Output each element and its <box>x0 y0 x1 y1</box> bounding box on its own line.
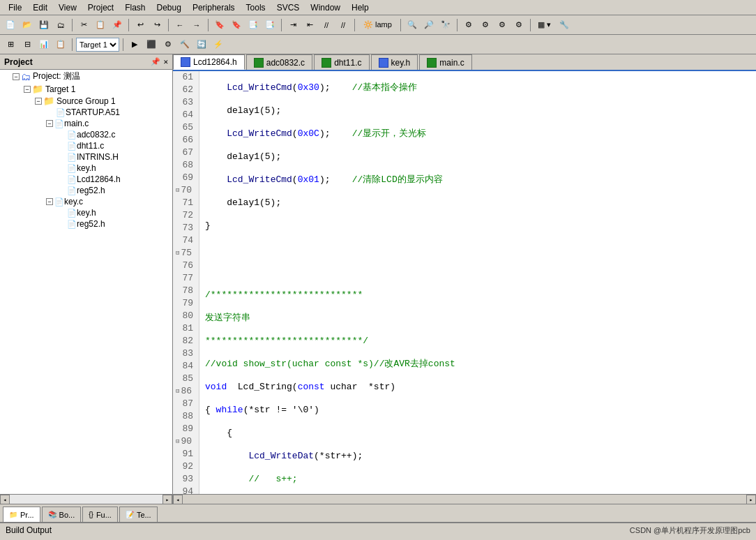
expand-sg[interactable]: − <box>35 98 42 105</box>
tree-dht11[interactable]: 📄 dht11.c <box>0 140 172 151</box>
menu-tools[interactable]: Tools <box>241 1 271 14</box>
build-output-bar: Build Output CSDN @单片机程序开发原理图pcb <box>0 522 756 537</box>
bookmark-btn[interactable]: 🔖 <box>212 17 227 33</box>
unindent-btn[interactable]: ⇤ <box>302 17 317 33</box>
nav-back-btn[interactable]: ← <box>172 17 188 33</box>
tab-adc0832[interactable]: adc0832.c <box>246 54 312 70</box>
panel-pin-icon[interactable]: 📌 <box>151 57 160 66</box>
new-btn[interactable]: 📄 <box>3 17 18 33</box>
find3-btn[interactable]: 🔭 <box>438 17 453 33</box>
code-content[interactable]: Lcd_WriteCmd(0x30); //基本指令操作 delay1(5); … <box>199 71 756 494</box>
tab-keyh[interactable]: key.h <box>371 54 418 70</box>
dbg2-btn[interactable]: ⚙ <box>478 17 493 33</box>
code-editor[interactable]: 61 62 63 64 65 66 67 68 69 ⊟70 71 72 73 … <box>173 71 756 494</box>
reg52-main-label: reg52.h <box>77 186 105 195</box>
tree-keyh[interactable]: 📄 key.h <box>0 207 172 218</box>
tree-intrins[interactable]: 📄 INTRINS.H <box>0 151 172 163</box>
lcd-main-label: Lcd12864.h <box>77 174 121 184</box>
build-output-title: Build Output <box>6 525 52 535</box>
open-btn[interactable]: 📂 <box>20 17 35 33</box>
menu-file[interactable]: File <box>3 1 27 14</box>
tab-mainc[interactable]: main.c <box>419 54 471 70</box>
view-btn[interactable]: ▦ ▾ <box>534 17 555 33</box>
tools2-btn[interactable]: 🔧 <box>557 17 572 33</box>
code-hscroll-left[interactable]: ◂ <box>173 495 183 504</box>
find-btn[interactable]: 🔍 <box>405 17 420 33</box>
reg52-key-icon: 📄 <box>67 220 77 229</box>
save-all-btn[interactable]: 🗂 <box>53 17 68 33</box>
bottom-tab-books[interactable]: 📚 Bo... <box>42 507 82 522</box>
expand-main[interactable]: − <box>46 120 53 127</box>
copy-btn[interactable]: 📋 <box>93 17 108 33</box>
tree-lcd-main[interactable]: 📄 Lcd12864.h <box>0 174 172 185</box>
lamp-btn[interactable]: 🔆 lamp <box>358 17 397 33</box>
proj-hscroll-track[interactable] <box>10 495 162 504</box>
cut-btn[interactable]: ✂ <box>76 17 91 33</box>
proj-hscroll-left[interactable]: ◂ <box>0 495 10 504</box>
find2-btn[interactable]: 🔎 <box>421 17 437 33</box>
menu-svcs[interactable]: SVCS <box>271 1 305 14</box>
tree-root[interactable]: − 🗂 Project: 测温 <box>0 70 172 83</box>
adc-icon: 📄 <box>67 130 77 140</box>
dbg1-btn[interactable]: ⚙ <box>461 17 476 33</box>
tb2-flash[interactable]: ⚡ <box>211 37 226 52</box>
code-hscroll-right[interactable]: ▸ <box>746 495 756 504</box>
tree-keyc[interactable]: − 📄 key.c <box>0 196 172 207</box>
bottom-tab-project[interactable]: 📁 Pr... <box>3 507 40 522</box>
root-label: Project: 测温 <box>33 70 80 82</box>
expand-target[interactable]: − <box>24 86 31 93</box>
tree-main[interactable]: − 📄 main.c <box>0 118 172 129</box>
expand-keyc[interactable]: − <box>46 198 53 205</box>
menu-view[interactable]: View <box>53 1 82 14</box>
proj-hscroll-right[interactable]: ▸ <box>162 495 172 504</box>
tree-target[interactable]: − 📁 Target 1 <box>0 83 172 95</box>
expand-root[interactable]: − <box>13 73 20 80</box>
tree-keyh-main[interactable]: 📄 key.h <box>0 163 172 174</box>
menu-project[interactable]: Project <box>82 1 119 14</box>
tb2-rebuild[interactable]: 🔄 <box>194 37 209 52</box>
tree-source-group[interactable]: − 📁 Source Group 1 <box>0 95 172 107</box>
tree-startup[interactable]: 📄 STARTUP.A51 <box>0 107 172 118</box>
bookmark2-btn[interactable]: 🔖 <box>229 17 244 33</box>
tb2-translate[interactable]: ⚙ <box>160 37 176 52</box>
menu-flash[interactable]: Flash <box>119 1 151 14</box>
menu-help[interactable]: Help <box>346 1 375 14</box>
tree-reg52-main[interactable]: 📄 reg52.h <box>0 185 172 196</box>
tb2-1[interactable]: ⊞ <box>3 37 18 52</box>
tb2-4[interactable]: 📋 <box>53 37 68 52</box>
tab-adc0832-label: adc0832.c <box>266 58 305 68</box>
bottom-tab-template[interactable]: 📝 Te... <box>119 507 158 522</box>
menu-edit[interactable]: Edit <box>27 1 53 14</box>
save-btn[interactable]: 💾 <box>36 17 52 33</box>
bookmark3-btn[interactable]: 📑 <box>245 17 261 33</box>
code-hscroll-track[interactable] <box>183 495 746 504</box>
tb2-2[interactable]: ⊟ <box>20 37 35 52</box>
target-select[interactable]: Target 1 <box>76 38 119 52</box>
bottom-tab-function[interactable]: {} Fu... <box>82 507 118 522</box>
startup-label: STARTUP.A51 <box>66 107 120 117</box>
menu-debug[interactable]: Debug <box>151 1 187 14</box>
menu-peripherals[interactable]: Peripherals <box>187 1 241 14</box>
tree-adc[interactable]: 📄 adc0832.c <box>0 129 172 140</box>
tb2-3[interactable]: 📊 <box>36 37 52 52</box>
tb2-run[interactable]: ▶ <box>127 37 142 52</box>
nav-fwd-btn[interactable]: → <box>189 17 204 33</box>
sep3 <box>168 19 169 31</box>
tab-dht11[interactable]: dht11.c <box>314 54 369 70</box>
undo-btn[interactable]: ↩ <box>133 17 148 33</box>
uncomment-btn[interactable]: // <box>335 17 351 33</box>
dbg4-btn[interactable]: ⚙ <box>511 17 527 33</box>
tab-lcd12864[interactable]: Lcd12864.h <box>173 54 245 70</box>
panel-close-icon[interactable]: ✕ <box>163 57 168 66</box>
tb2-build[interactable]: 🔨 <box>177 37 192 52</box>
dbg3-btn[interactable]: ⚙ <box>494 17 510 33</box>
keyc-label: key.c <box>64 197 83 207</box>
indent-btn[interactable]: ⇥ <box>285 17 301 33</box>
paste-btn[interactable]: 📌 <box>109 17 125 33</box>
redo-btn[interactable]: ↪ <box>149 17 165 33</box>
tree-reg52-key[interactable]: 📄 reg52.h <box>0 218 172 230</box>
comment-btn[interactable]: // <box>319 17 334 33</box>
tb2-stop[interactable]: ⬛ <box>144 37 159 52</box>
bookmark4-btn[interactable]: 📑 <box>262 17 278 33</box>
menu-window[interactable]: Window <box>305 1 346 14</box>
